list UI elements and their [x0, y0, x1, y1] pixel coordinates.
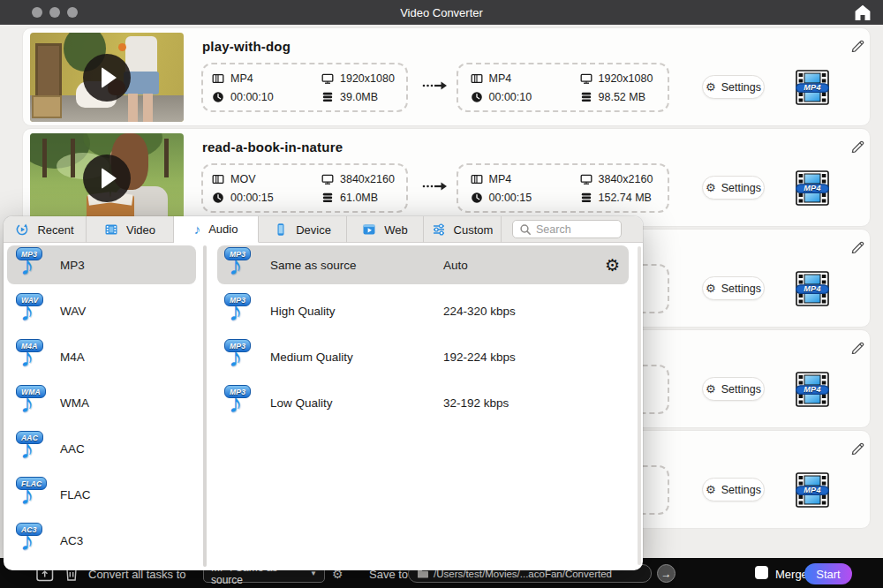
play-icon[interactable] [83, 54, 131, 102]
task-row: read-a-book-in-nature MOV 3840x2160 00:0… [22, 128, 871, 227]
play-icon[interactable] [83, 155, 131, 202]
preset-settings-gear-icon[interactable]: ⚙ [605, 257, 620, 274]
preset-list: ♪ MP3 Same as source Auto ⚙ ♪ MP3 High Q… [210, 244, 636, 570]
size-icon [321, 91, 334, 103]
audio-format-icon: ♪ MP3 [226, 295, 258, 327]
output-info-box: MP4 1920x1080 00:00:10 98.52 MB [457, 63, 669, 112]
clock-icon [471, 192, 483, 204]
sidebar-item-aac[interactable]: ♪ AAC AAC [7, 429, 196, 468]
gear-icon: ⚙ [706, 81, 716, 93]
sliders-icon [432, 222, 446, 237]
preset-scrollbar[interactable] [638, 246, 641, 565]
size-icon [321, 192, 334, 204]
tab-audio[interactable]: ♪ Audio [174, 216, 259, 243]
source-info-box: MP4 1920x1080 00:00:10 39.0MB [201, 63, 408, 112]
audio-format-icon: ♪ FLAC [18, 479, 49, 510]
tab-recent[interactable]: Recent [4, 216, 87, 243]
format-panel-body: ♪ MP3 MP3 ♪ WAV WAV ♪ M4A [4, 244, 643, 570]
source-format: MOV [230, 173, 255, 185]
task-title: play-with-dog [202, 39, 291, 54]
output-format-icon[interactable]: MP4 [796, 472, 829, 508]
output-resolution: 3840x2160 [599, 173, 653, 185]
output-size: 98.52 MB [599, 91, 646, 103]
sidebar-item-partial[interactable]: ♪ [7, 567, 196, 570]
output-format-icon[interactable]: MP4 [796, 271, 829, 306]
audio-format-icon: ♪ MP3 [226, 387, 258, 418]
arrow-right-icon: → [661, 568, 672, 580]
preset-high-quality[interactable]: ♪ MP3 High Quality 224-320 kbps [217, 291, 629, 330]
video-thumbnail[interactable] [30, 33, 184, 122]
output-format-icon[interactable]: MP4 [796, 170, 829, 206]
output-format: MP4 [489, 72, 512, 85]
tab-custom[interactable]: Custom [424, 216, 502, 243]
home-icon[interactable] [853, 4, 872, 21]
source-duration: 00:00:10 [230, 91, 274, 103]
start-button[interactable]: Start [804, 563, 852, 584]
preset-medium-quality[interactable]: ♪ MP3 Medium Quality 192-224 kbps [217, 337, 629, 376]
output-duration: 00:00:15 [489, 192, 532, 204]
edit-pencil-icon[interactable] [850, 237, 866, 253]
sidebar-item-mp3[interactable]: ♪ MP3 MP3 [7, 245, 196, 284]
preset-low-quality[interactable]: ♪ MP3 Low Quality 32-192 kbps [217, 383, 629, 422]
sidebar-item-ac3[interactable]: ♪ AC3 AC3 [7, 521, 196, 560]
output-size: 152.74 MB [599, 192, 652, 204]
edit-pencil-icon[interactable] [850, 137, 866, 153]
edit-pencil-icon[interactable] [850, 338, 866, 354]
clock-icon [212, 91, 224, 103]
tab-device[interactable]: Device [259, 216, 347, 243]
size-icon [580, 192, 592, 204]
merge-checkbox[interactable] [755, 566, 768, 579]
sidebar-item-flac[interactable]: ♪ FLAC FLAC [7, 475, 196, 514]
edit-pencil-icon[interactable] [850, 36, 866, 52]
output-format: MP4 [489, 173, 512, 185]
output-format-icon[interactable]: MP4 [796, 70, 829, 105]
format-picker-popup: Recent Video ♪ Audio Device Web Custom [4, 216, 643, 570]
film-icon [212, 72, 224, 85]
film-icon [471, 72, 483, 85]
settings-button[interactable]: ⚙ Settings [702, 276, 765, 300]
settings-button[interactable]: ⚙ Settings [702, 377, 765, 401]
sidebar-item-wav[interactable]: ♪ WAV WAV [7, 291, 196, 330]
settings-button[interactable]: ⚙ Settings [702, 176, 765, 200]
smartphone-icon [274, 222, 288, 237]
search-field[interactable] [512, 220, 622, 238]
output-duration: 00:00:10 [489, 91, 532, 103]
gear-icon: ⚙ [706, 484, 716, 495]
audio-format-icon: ♪ M4A [18, 341, 49, 373]
source-resolution: 1920x1080 [340, 72, 395, 85]
size-icon [580, 91, 592, 103]
audio-format-icon: ♪ MP3 [226, 249, 258, 281]
video-thumbnail[interactable] [30, 133, 184, 222]
film-icon [471, 173, 483, 185]
chevron-down-icon: ▼ [310, 569, 317, 577]
clock-icon [471, 91, 483, 103]
sidebar-scrollbar[interactable] [203, 245, 207, 567]
source-duration: 00:00:15 [230, 192, 274, 204]
audio-format-icon: ♪ WMA [18, 387, 49, 418]
open-folder-arrow-button[interactable]: → [657, 564, 675, 583]
output-info-box: MP4 3840x2160 00:00:15 152.74 MB [457, 163, 669, 213]
format-sidebar: ♪ MP3 MP3 ♪ WAV WAV ♪ M4A [4, 244, 203, 570]
audio-format-icon: ♪ MP3 [18, 249, 49, 281]
search-icon [519, 223, 532, 236]
sidebar-item-wma[interactable]: ♪ WMA WMA [7, 383, 196, 422]
tab-web[interactable]: Web [347, 216, 424, 243]
source-resolution: 3840x2160 [340, 173, 395, 185]
settings-button[interactable]: ⚙ Settings [702, 478, 765, 501]
output-format-icon[interactable]: MP4 [796, 372, 829, 407]
convert-arrow-icon [422, 79, 449, 92]
task-row: play-with-dog MP4 1920x1080 00:00:10 39.… [22, 27, 871, 126]
display-icon [580, 173, 592, 185]
edit-pencil-icon[interactable] [850, 439, 866, 455]
search-input[interactable] [536, 223, 614, 236]
settings-button[interactable]: ⚙ Settings [702, 75, 765, 99]
preset-same-as-source[interactable]: ♪ MP3 Same as source Auto ⚙ [217, 245, 629, 284]
tab-video[interactable]: Video [87, 216, 174, 243]
audio-format-icon: ♪ AC3 [18, 524, 49, 556]
window-title: Video Converter [0, 6, 883, 19]
merge-label: Merge [775, 568, 808, 581]
sidebar-item-m4a[interactable]: ♪ M4A M4A [7, 337, 196, 376]
display-icon [580, 72, 592, 85]
source-size: 39.0MB [340, 91, 378, 103]
film-strip-icon [104, 222, 118, 237]
